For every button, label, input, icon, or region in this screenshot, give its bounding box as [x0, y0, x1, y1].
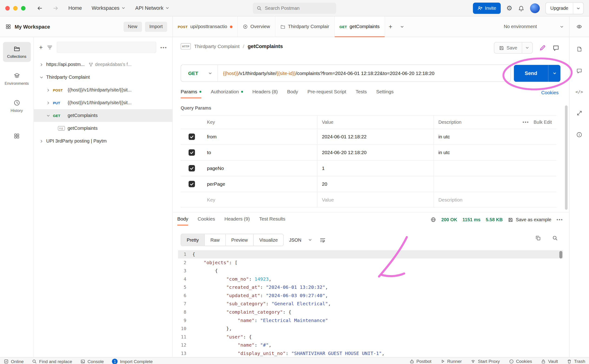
- copy-icon[interactable]: [535, 235, 541, 241]
- menu-api-network[interactable]: API Network: [135, 5, 169, 11]
- tree-item-getcomplaints[interactable]: GET getComplaints: [34, 109, 172, 122]
- view-raw[interactable]: Raw: [204, 234, 225, 246]
- param-key-cell[interactable]: to: [202, 145, 317, 160]
- code-snippet-icon[interactable]: </>: [576, 90, 583, 94]
- tree-item-example-getcomplaints[interactable]: e.g. getComplaints: [34, 122, 172, 135]
- comments-icon[interactable]: [576, 68, 582, 74]
- status-code[interactable]: 200 OK: [442, 217, 457, 222]
- console-button[interactable]: Console: [80, 359, 104, 364]
- tab-authorization[interactable]: Authorization: [211, 89, 243, 98]
- tab-thirdparty-complaint[interactable]: Thirdparty Complair: [275, 16, 335, 37]
- tab-tests[interactable]: Tests: [356, 89, 367, 98]
- cookies-button[interactable]: Cookies: [509, 359, 532, 364]
- trash-button[interactable]: Trash: [567, 359, 585, 364]
- invite-button[interactable]: Invite: [473, 3, 501, 14]
- row-checkbox[interactable]: [188, 133, 194, 140]
- param-value-cell[interactable]: 2024-06-20 12:18:20: [317, 145, 434, 160]
- comments-icon[interactable]: [553, 45, 559, 51]
- tree-item-api[interactable]: https://api.postm... deepakdabas's f...: [34, 58, 172, 71]
- tab-response-headers[interactable]: Headers (9): [224, 216, 250, 225]
- param-description-cell[interactable]: [434, 176, 556, 192]
- minimize-window-button[interactable]: [13, 6, 18, 10]
- view-preview[interactable]: Preview: [225, 234, 253, 246]
- url-input[interactable]: {{host}}/v1/thirdparty/site/{{site-id}}/…: [218, 70, 510, 76]
- close-window-button[interactable]: [5, 6, 10, 10]
- import-complete-status[interactable]: 1 Import Complete: [112, 359, 153, 364]
- response-more-icon[interactable]: •••: [556, 217, 563, 222]
- tree-item-post-request[interactable]: POST {{host}}/v1/thirdparty/site/{{sit..…: [34, 84, 172, 96]
- param-description-cell[interactable]: Description: [434, 192, 556, 207]
- cookies-link[interactable]: Cookies: [541, 90, 559, 95]
- import-button[interactable]: Import: [145, 22, 167, 32]
- view-visualize[interactable]: Visualize: [253, 234, 283, 246]
- rail-item-environments[interactable]: Environments: [3, 69, 31, 89]
- response-size[interactable]: 5.58 KB: [486, 217, 503, 222]
- param-key-cell[interactable]: Key: [202, 192, 317, 207]
- pane-splitter[interactable]: [173, 212, 569, 212]
- environment-selector[interactable]: No environment: [499, 24, 569, 29]
- environment-quick-look-icon[interactable]: [569, 24, 589, 30]
- param-key-cell[interactable]: from: [202, 129, 317, 144]
- save-menu-button[interactable]: [522, 42, 532, 53]
- param-value-cell[interactable]: 2024-06-01 12:18:22: [317, 129, 434, 144]
- add-collection-button[interactable]: +: [39, 44, 43, 50]
- new-tab-button[interactable]: +: [385, 16, 396, 37]
- row-checkbox[interactable]: [188, 181, 194, 187]
- forward-icon[interactable]: [53, 5, 59, 11]
- sidebar-search-input[interactable]: [57, 42, 156, 53]
- tree-item-upi-collection[interactable]: UPI 3rdParty posting | Paytm: [34, 135, 172, 147]
- vault-button[interactable]: Vault: [541, 359, 558, 364]
- tab-getcomplaints[interactable]: GET getComplaints: [335, 16, 385, 37]
- tree-item-thirdparty-complaint[interactable]: Thirdparty Complaint: [34, 71, 172, 84]
- view-pretty[interactable]: Pretty: [181, 234, 204, 246]
- row-checkbox[interactable]: [188, 165, 194, 171]
- more-options-icon[interactable]: •••: [522, 120, 529, 125]
- upgrade-menu-button[interactable]: [573, 3, 583, 14]
- tab-headers[interactable]: Headers (8): [252, 89, 278, 98]
- postbot-button[interactable]: Postbot: [409, 359, 431, 364]
- filter-icon[interactable]: [47, 45, 53, 50]
- menu-home[interactable]: Home: [68, 5, 82, 11]
- back-icon[interactable]: [37, 5, 43, 11]
- wrap-text-icon[interactable]: [320, 237, 326, 243]
- global-search[interactable]: [253, 3, 336, 14]
- expand-arrows-icon[interactable]: [576, 110, 582, 116]
- format-selector[interactable]: JSON: [289, 237, 312, 243]
- tab-params[interactable]: Params: [181, 89, 201, 98]
- workspace-title[interactable]: My Workspace: [15, 24, 50, 29]
- menu-workspaces[interactable]: Workspaces: [92, 5, 125, 11]
- params-scrollbar[interactable]: [565, 105, 568, 210]
- breadcrumb-request-name[interactable]: getComplaints: [248, 43, 283, 49]
- rail-item-history[interactable]: History: [3, 96, 31, 116]
- tab-list-chevron-icon[interactable]: [396, 16, 408, 37]
- search-response-icon[interactable]: [552, 235, 558, 241]
- save-button[interactable]: Save: [494, 42, 522, 53]
- tree-item-put-request[interactable]: PUT {{host}}/v1/thirdparty/site/{{sit...: [34, 96, 172, 109]
- upgrade-button[interactable]: Upgrade: [546, 3, 573, 14]
- param-value-cell[interactable]: 1: [317, 161, 434, 176]
- tab-response-body[interactable]: Body: [177, 216, 188, 225]
- param-value-cell[interactable]: 20: [317, 176, 434, 192]
- tab-test-results[interactable]: Test Results: [259, 216, 285, 225]
- zoom-window-button[interactable]: [21, 6, 25, 10]
- notifications-bell-icon[interactable]: [518, 5, 524, 11]
- row-checkbox[interactable]: [188, 149, 194, 156]
- new-button[interactable]: New: [123, 22, 142, 32]
- param-description-cell[interactable]: in utc: [434, 129, 556, 144]
- tab-response-cookies[interactable]: Cookies: [198, 216, 215, 225]
- save-as-example-button[interactable]: Save as example: [508, 217, 551, 222]
- info-icon[interactable]: [576, 132, 582, 138]
- start-proxy-button[interactable]: Start Proxy: [471, 359, 500, 364]
- online-status[interactable]: Online: [4, 359, 24, 364]
- tab-body[interactable]: Body: [287, 89, 298, 98]
- sidebar-more-icon[interactable]: •••: [160, 45, 167, 50]
- tab-overview[interactable]: Overview: [238, 16, 275, 37]
- send-button[interactable]: Send: [514, 65, 548, 82]
- runner-button[interactable]: Runner: [441, 359, 462, 364]
- documentation-icon[interactable]: [576, 46, 582, 52]
- param-description-cell[interactable]: in utc: [434, 145, 556, 160]
- bulk-edit-button[interactable]: Bulk Edit: [534, 120, 552, 125]
- param-key-cell[interactable]: perPage: [202, 176, 317, 192]
- tab-upi-posttransaction[interactable]: POST upi/posttransactio: [173, 16, 238, 37]
- rail-item-collections[interactable]: Collections: [3, 42, 31, 62]
